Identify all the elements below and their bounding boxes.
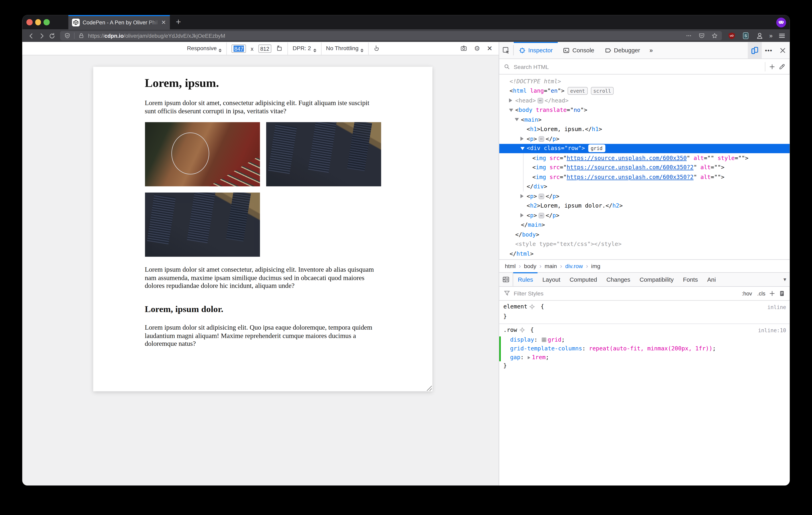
tab-debugger[interactable]: Debugger — [600, 42, 645, 59]
markup-line[interactable]: <h2>Lorem, ipsum dolor.</h2> — [499, 201, 790, 211]
dpr-selector[interactable]: DPR: 2 — [292, 45, 316, 52]
devtools-meatball-menu-icon[interactable]: ••• — [762, 42, 776, 59]
expand-arrow-icon[interactable] — [515, 118, 519, 121]
filter-styles-input[interactable]: Filter Styles — [514, 291, 738, 297]
tab-console[interactable]: Console — [558, 42, 600, 59]
markup-line[interactable]: <img src="https://source.unsplash.com/60… — [499, 163, 790, 173]
back-icon[interactable] — [26, 31, 36, 41]
expand-arrow-icon[interactable] — [521, 213, 524, 217]
breadcrumb-item-img[interactable]: img — [591, 263, 601, 269]
new-tab-button[interactable]: + — [176, 17, 181, 28]
rule-source-link[interactable]: inline — [767, 303, 786, 312]
collapse-sidebar-icon[interactable] — [499, 273, 513, 286]
expand-arrow-icon[interactable] — [521, 147, 525, 150]
close-window-button[interactable] — [26, 19, 32, 25]
sidebar-tab-ani[interactable]: Ani — [702, 273, 721, 286]
screenshot-camera-icon[interactable] — [461, 45, 467, 52]
forward-icon[interactable] — [36, 31, 47, 41]
viewport-height-input[interactable]: 812 — [258, 44, 271, 53]
expand-arrow-icon[interactable] — [521, 137, 524, 141]
grid-toggle-icon[interactable] — [542, 336, 546, 345]
markup-line[interactable]: </html> — [499, 249, 790, 259]
viewport-resize-handle[interactable] — [426, 385, 432, 391]
grid-badge[interactable]: grid — [588, 145, 605, 152]
search-html-input[interactable]: Search HTML — [514, 63, 761, 69]
attribute-link[interactable]: https://source.unsplash.com/600x350?2 — [567, 174, 694, 181]
attribute-link[interactable]: https://source.unsplash.com/600x350?2 — [567, 164, 694, 171]
markup-line[interactable]: </body> — [499, 230, 790, 239]
rule-source-link[interactable]: inline:10 — [758, 327, 786, 335]
node-ellipsis[interactable]: ⋯ — [539, 213, 544, 218]
browser-tab[interactable]: CodePen - A Pen by Oliver Phil ✕ — [68, 15, 170, 30]
markup-line[interactable]: <html lang="en">eventscroll — [499, 86, 790, 96]
account-person-icon[interactable] — [755, 31, 764, 40]
expand-arrow-icon[interactable] — [509, 109, 513, 112]
markup-line[interactable]: <p>⋯</p> — [499, 191, 790, 201]
hamburger-menu-icon[interactable] — [777, 31, 786, 40]
bookmark-star-icon[interactable] — [711, 32, 718, 39]
tracking-protection-shield-icon[interactable] — [64, 32, 71, 39]
markup-line[interactable]: <!DOCTYPE html> — [499, 77, 790, 86]
container-mask-icon[interactable] — [776, 18, 786, 27]
tab-close-icon[interactable]: ✕ — [161, 19, 166, 26]
sidebar-tabs-dropdown-icon[interactable]: ▼ — [782, 277, 787, 282]
markup-line[interactable]: <p>⋯</p> — [499, 134, 790, 144]
markup-line[interactable]: <div class="row">grid — [499, 144, 790, 153]
devtools-close-icon[interactable] — [776, 42, 790, 59]
sidebar-tab-fonts[interactable]: Fonts — [678, 273, 702, 286]
rotate-viewport-icon[interactable] — [276, 45, 283, 52]
node-ellipsis[interactable]: ⋯ — [539, 136, 544, 142]
element-selector[interactable]: element — [503, 303, 527, 310]
touch-simulation-icon[interactable] — [373, 45, 380, 52]
add-rule-plus-icon[interactable] — [769, 291, 775, 297]
reload-icon[interactable] — [47, 31, 57, 41]
css-declaration[interactable]: display: grid; — [499, 336, 790, 344]
pseudo-button-cls[interactable]: .cls — [757, 291, 765, 297]
breadcrumb-item-html[interactable]: html — [505, 263, 516, 269]
sidebar-tab-computed[interactable]: Computed — [565, 273, 602, 286]
responsive-mode-toggle-icon[interactable] — [748, 42, 762, 59]
throttling-selector[interactable]: No Throttling — [326, 45, 364, 52]
markup-line[interactable]: <h1>Lorem, ipsum.</h1> — [499, 124, 790, 134]
breadcrumb-item-body[interactable]: body — [524, 263, 536, 269]
sidebar-tab-compatibility[interactable]: Compatibility — [635, 273, 678, 286]
minimize-window-button[interactable] — [35, 19, 41, 25]
device-selector[interactable]: Responsive — [187, 45, 222, 52]
markup-line[interactable]: <body translate="no"> — [499, 105, 790, 115]
pocket-icon[interactable] — [698, 32, 705, 39]
rdm-close-icon[interactable]: ✕ — [487, 44, 493, 52]
url-bar[interactable]: https://cdpn.io/oliverjam/debug/eYdJdvE/… — [60, 31, 722, 40]
markup-line[interactable]: <head>⋯</head> — [499, 96, 790, 105]
highlight-target-icon[interactable] — [529, 304, 535, 312]
node-ellipsis[interactable]: ⋯ — [538, 98, 543, 103]
viewport-width-input[interactable]: 847 — [232, 44, 246, 53]
lock-icon[interactable] — [78, 32, 85, 39]
tab-inspector[interactable]: Inspector — [514, 42, 558, 59]
markup-line[interactable]: </main> — [499, 220, 790, 230]
sidebar-tab-layout[interactable]: Layout — [538, 273, 565, 286]
markup-line[interactable]: <img src="https://source.unsplash.com/60… — [499, 173, 790, 182]
markup-line[interactable]: <img src="https://source.unsplash.com/60… — [499, 153, 790, 163]
overflow-chevrons-icon[interactable]: » — [769, 32, 772, 39]
highlight-target-icon[interactable] — [519, 327, 525, 336]
markup-line[interactable]: <style type="text/css"></style> — [499, 239, 790, 249]
markup-line[interactable]: <p>⋯</p> — [499, 211, 790, 220]
css-declaration[interactable]: grid-template-columns: repeat(auto-fit, … — [499, 345, 790, 353]
page-actions-dots-icon[interactable] — [685, 32, 693, 39]
sidebar-tab-changes[interactable]: Changes — [602, 273, 635, 286]
pick-element-icon[interactable] — [499, 42, 513, 59]
rdm-settings-gear-icon[interactable]: ⚙ — [474, 45, 480, 52]
pseudo-button-hov[interactable]: :hov — [742, 291, 752, 297]
scroll-badge[interactable]: scroll — [590, 87, 614, 95]
eyedropper-icon[interactable] — [779, 63, 785, 69]
zoom-window-button[interactable] — [44, 19, 50, 25]
expand-arrow-icon[interactable] — [521, 194, 524, 199]
breadcrumb-item-div.row[interactable]: div.row — [565, 263, 583, 269]
expand-arrow-icon[interactable] — [509, 98, 512, 103]
event-badge[interactable]: event — [568, 87, 588, 95]
more-tools-chevrons-icon[interactable]: » — [645, 42, 657, 59]
style-editor-doc-icon[interactable] — [779, 291, 785, 297]
stylus-icon[interactable]: S — [741, 31, 750, 40]
row-selector[interactable]: .row — [503, 327, 517, 333]
sidebar-tab-rules[interactable]: Rules — [513, 273, 538, 286]
